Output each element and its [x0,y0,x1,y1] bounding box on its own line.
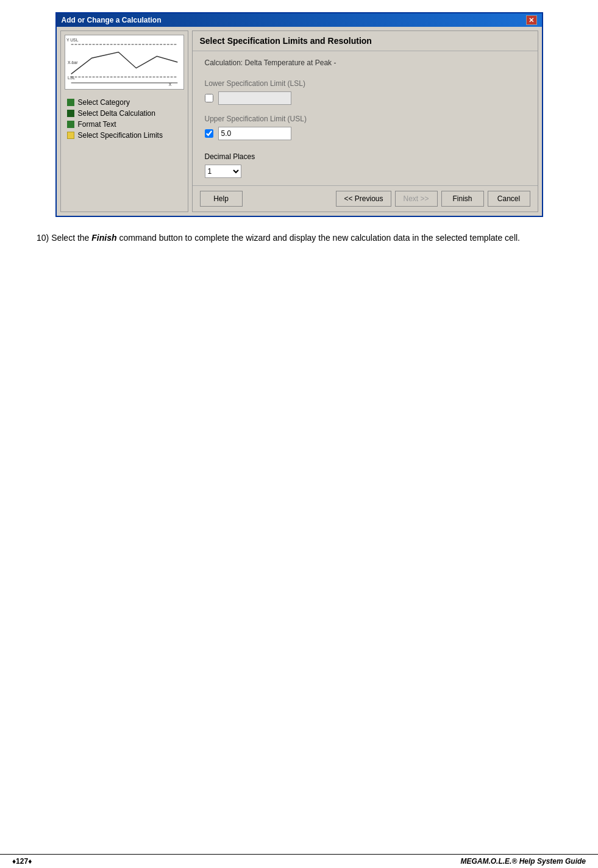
main-header-title: Select Specification Limits and Resoluti… [193,31,538,51]
sidebar-item-label-select-spec: Select Specification Limits [78,131,163,140]
usl-section: Upper Specification Limit (USL) [205,115,525,140]
usl-row [205,127,525,140]
page-content: Add or Change a Calculation ✕ Y USL X X-… [0,0,598,257]
dialog-main-panel: Select Specification Limits and Resoluti… [192,30,538,212]
usl-checkbox[interactable] [205,129,213,138]
next-button[interactable]: Next >> [395,191,438,207]
sidebar-item-select-delta[interactable]: Select Delta Calculation [65,108,184,119]
instruction-paragraph: 10) Select the Finish command button to … [24,232,574,244]
svg-text:LSL: LSL [67,76,74,80]
sidebar-nav: Select Category Select Delta Calculation… [61,93,188,212]
decimal-select-wrap: 0 1 2 3 4 5 [205,165,525,178]
footer-right-buttons: << Previous Next >> Finish Cancel [336,191,530,207]
usl-section-label: Upper Specification Limit (USL) [205,115,525,123]
previous-button[interactable]: << Previous [336,191,391,207]
dialog-footer: Help << Previous Next >> Finish Cancel [193,185,538,212]
footer-page-number: ♦127♦ [12,857,32,866]
nav-icon-select-spec [67,132,74,139]
cancel-button[interactable]: Cancel [488,191,530,207]
lsl-checkbox[interactable] [205,94,213,102]
dialog-title: Add or Change a Calculation [62,16,162,24]
nav-icon-select-category [67,99,74,106]
usl-input[interactable] [218,127,291,140]
main-content: Calculation: Delta Temperature at Peak -… [193,51,538,185]
finish-button[interactable]: Finish [441,191,484,207]
instruction-bold-text: Finish [91,233,116,243]
lsl-section: Lower Specification Limit (LSL) [205,79,525,105]
nav-icon-select-delta [67,110,74,117]
dialog-window: Add or Change a Calculation ✕ Y USL X X-… [55,12,543,217]
sidebar-item-select-spec[interactable]: Select Specification Limits [65,130,184,141]
lsl-row [205,91,525,105]
sidebar-item-label-format-text: Format Text [78,120,116,129]
nav-icon-format-text [67,121,74,128]
sidebar-item-label-select-category: Select Category [78,98,130,107]
dialog-body: Y USL X X-bar LSL [57,27,542,216]
instruction-step: 10) [37,233,49,243]
sidebar-item-label-select-delta: Select Delta Calculation [78,109,155,118]
dialog-titlebar: Add or Change a Calculation ✕ [57,13,542,27]
footer-guide-title: MEGAM.O.L.E.® Help System Guide [460,857,586,866]
lsl-section-label: Lower Specification Limit (LSL) [205,79,525,88]
sidebar-item-format-text[interactable]: Format Text [65,119,184,130]
sidebar-item-select-category[interactable]: Select Category [65,97,184,108]
decimal-label: Decimal Places [205,152,525,161]
sidebar-chart: Y USL X X-bar LSL [65,35,184,90]
footer-left-buttons: Help [200,191,243,207]
instruction-text-after: command button to complete the wizard an… [117,233,521,243]
help-button[interactable]: Help [200,191,243,207]
svg-text:X-bar: X-bar [67,60,77,65]
svg-text:Y USL: Y USL [66,38,78,42]
lsl-input[interactable] [218,91,291,105]
decimal-section: Decimal Places 0 1 2 3 4 5 [205,152,525,178]
dialog-close-button[interactable]: ✕ [526,15,537,25]
dialog-sidebar: Y USL X X-bar LSL [60,30,188,212]
instruction-text-before: Select the [51,233,91,243]
page-footer: ♦127♦ MEGAM.O.L.E.® Help System Guide [0,854,598,868]
decimal-select[interactable]: 0 1 2 3 4 5 [205,165,241,178]
calc-label: Calculation: Delta Temperature at Peak - [205,59,525,67]
